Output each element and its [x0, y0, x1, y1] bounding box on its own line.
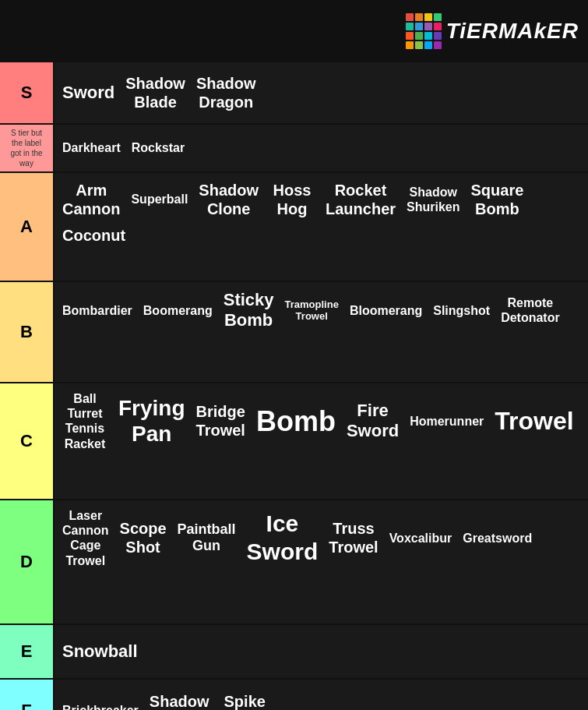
item-fire-sword: FireSword	[342, 397, 403, 445]
item-snowball: Snowball	[58, 638, 143, 665]
logo-grid-icon	[406, 13, 442, 49]
item-boomerang: Boomerang	[139, 300, 217, 321]
tiermaker-logo-text: TiERMAkER	[446, 19, 579, 44]
tiermaker-logo: TiERMAkER	[406, 13, 579, 49]
tier-items-s: Sword ShadowBlade ShadowDragon	[53, 62, 588, 123]
tier-label-s: S	[0, 62, 53, 123]
tier-row-a: A ArmCannon Superball ShadowClone HossHo…	[0, 173, 588, 282]
item-rockstar: Rockstar	[127, 137, 189, 158]
item-voxcalibur: Voxcalibur	[385, 528, 457, 549]
item-tramopline-trowel: TramoplineTrowel	[280, 295, 343, 326]
tier-row-d: D LaserCannonCageTrowel ScopeShot Paintb…	[0, 500, 588, 625]
item-laser-cannon-cage-trowel: LaserCannonCageTrowel	[58, 505, 114, 571]
item-shadow-dragon: ShadowDragon	[192, 71, 261, 115]
item-spike-trowel: SpikeTrowel	[216, 689, 274, 710]
item-square-bomb: SquareBomb	[467, 178, 529, 221]
tier-row-f: F Brickbreaker ShadowBomb SpikeTrowel	[0, 680, 588, 710]
item-shadow-bomb: ShadowBomb	[145, 689, 214, 710]
tier-label-a: A	[0, 173, 53, 281]
tiermaker-brand: TiERMAkER	[406, 13, 579, 49]
item-truss-trowel: TrussTrowel	[324, 516, 382, 560]
tier-row-b: B Bombardier Boomerang StickyBomb Tramop…	[0, 282, 588, 383]
tier-row-c: C BallTurretTennisRacket FryingPan Bridg…	[0, 383, 588, 500]
tier-label-e: E	[0, 625, 53, 678]
item-sticky-bomb: StickyBomb	[219, 287, 279, 334]
tier-items-b: Bombardier Boomerang StickyBomb Tramopli…	[53, 282, 588, 382]
tier-row-s-note: S tier butthe labelgot in theway Darkhea…	[0, 125, 588, 173]
item-rocket-launcher: RocketLauncher	[321, 178, 400, 221]
item-scope-shot: ScopeShot	[115, 516, 171, 560]
item-darkheart: Darkheart	[58, 137, 125, 158]
tier-row-s: S Sword ShadowBlade ShadowDragon	[0, 62, 588, 125]
tier-label-b: B	[0, 282, 53, 382]
item-slingshot: Slingshot	[428, 300, 495, 321]
tier-items-f: Brickbreaker ShadowBomb SpikeTrowel	[53, 680, 588, 710]
tier-items-s-note: Darkheart Rockstar	[53, 125, 588, 171]
item-remote-detonator: RemoteDetonator	[496, 292, 565, 328]
item-bridge-trowel: BridgeTrowel	[192, 399, 250, 443]
item-coconut: Coconut	[58, 223, 130, 248]
item-brickbreaker: Brickbreaker	[58, 700, 143, 710]
tier-list: TiERMAkER S Sword ShadowBlade ShadowDrag…	[0, 0, 588, 710]
item-bloomerang: Bloomerang	[345, 300, 427, 321]
item-homerunner: Homerunner	[405, 411, 488, 432]
tier-label-d: D	[0, 500, 53, 623]
item-sword: Sword	[58, 79, 119, 106]
tier-items-d: LaserCannonCageTrowel ScopeShot Paintbal…	[53, 500, 588, 623]
tier-items-a: ArmCannon Superball ShadowClone HossHog …	[53, 173, 588, 281]
item-ball-turret-tennis-racket: BallTurretTennisRacket	[58, 388, 112, 454]
item-frying-pan: FryingPan	[114, 392, 190, 450]
item-shadow-blade: ShadowBlade	[121, 71, 190, 115]
item-bomb: Bomb	[252, 401, 340, 441]
item-shadow-shuriken: ShadowShuriken	[402, 182, 464, 217]
tier-label-f: F	[0, 680, 53, 710]
item-hoss-hog: HossHog	[265, 178, 319, 221]
item-greatsword: Greatsword	[458, 528, 537, 549]
item-bombardier: Bombardier	[58, 300, 137, 321]
item-shadow-clone: ShadowClone	[194, 178, 263, 221]
header: TiERMAkER	[0, 0, 588, 62]
tier-label-s-note: S tier butthe labelgot in theway	[0, 125, 53, 171]
item-trowel: Trowel	[490, 403, 578, 439]
tier-items-c: BallTurretTennisRacket FryingPan BridgeT…	[53, 383, 588, 499]
tier-items-e: Snowball	[53, 625, 588, 678]
item-superball: Superball	[126, 189, 192, 210]
tier-label-c: C	[0, 383, 53, 499]
item-paintball-gun: PaintballGun	[173, 518, 241, 558]
item-ice-sword: IceSword	[242, 507, 323, 569]
item-arm-cannon: ArmCannon	[58, 178, 125, 221]
tier-row-e: E Snowball	[0, 625, 588, 680]
